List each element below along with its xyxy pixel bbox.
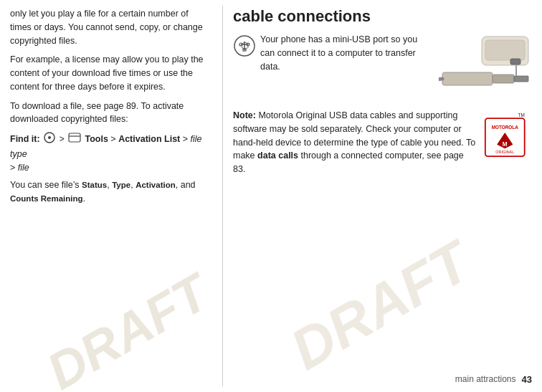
svg-point-1 [48,136,51,139]
svg-text:MOTOROLA: MOTOROLA [492,125,519,130]
left-para-1: only let you play a file for a certain n… [10,7,212,47]
usb-intro-content: ⬡ Your phone has a mini-USB port so you … [233,33,432,73]
note-label: Note: [233,110,256,120]
usb-description: Your phone has a mini-USB port so you ca… [260,33,432,73]
status-status: Status [82,181,107,189]
tools-icon [68,132,81,148]
status-counts-remaining: Counts Remaining [10,194,83,203]
usb-icon: ⬡ [233,34,256,62]
find-it-activation-list: Activation List [118,134,180,144]
right-column: cable connections ⬡ Yo [223,0,542,392]
find-it-tools: Tools [85,134,108,144]
find-it-section: Find it: > Tools > Activation List > fil… [10,132,212,174]
svg-rect-12 [485,40,525,60]
usb-connector-image [439,33,532,102]
svg-rect-16 [510,59,520,64]
find-it-label: Find it: [10,134,40,144]
comma3: , and [176,180,196,190]
data-calls-text: data calls [257,150,298,161]
draft-watermark-left: DRAFT [32,254,222,392]
status-activation: Activation [136,181,176,189]
svg-rect-15 [514,76,528,82]
left-para-3: To download a file, see page 89. To acti… [10,100,212,127]
status-type: Type [112,181,130,189]
note-text-content: Note: Motorola Original USB data cables … [233,109,476,176]
status-prefix: You can see file’s [10,180,82,190]
motorola-logo-area: TM MOTOROLA M ORIGINAL [482,109,532,158]
nav-arrow-4: > [10,163,18,173]
left-column: only let you play a file for a certain n… [0,0,222,392]
svg-rect-13 [442,72,493,85]
find-it-file: file [18,163,29,173]
svg-text:M: M [503,141,508,148]
phone-menu-icon [44,132,55,148]
footer-label: main attractions [455,373,516,386]
usb-intro-row: ⬡ Your phone has a mini-USB port so you … [233,33,532,102]
svg-rect-2 [69,133,80,142]
footer: main attractions 43 [455,373,532,387]
note-section: Note: Motorola Original USB data cables … [233,109,532,176]
nav-arrow-3: > [183,134,191,144]
draft-watermark-right: DRAFT [275,220,486,391]
footer-page-number: 43 [522,373,532,387]
left-para-2: For example, a license may allow you to … [10,53,212,93]
section-title: cable connections [233,7,532,26]
status-line: You can see file’s Status, Type, Activat… [10,178,212,206]
tm-symbol: TM [518,113,525,118]
svg-rect-14 [493,75,514,83]
nav-arrow-2: > [110,134,118,144]
nav-arrow-1: > [60,134,67,144]
svg-text:ORIGINAL: ORIGINAL [495,150,514,154]
status-period: . [83,193,85,204]
